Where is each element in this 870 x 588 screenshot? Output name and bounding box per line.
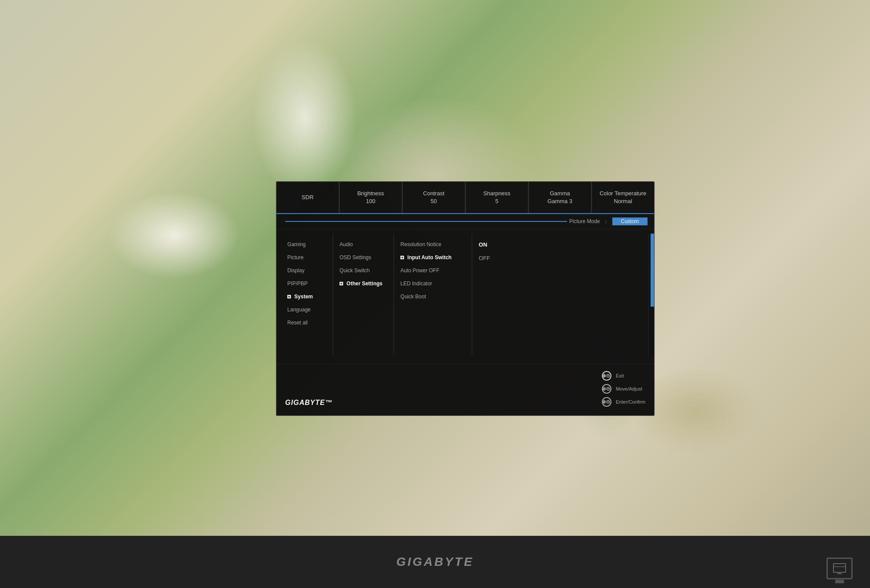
col2-osd-settings-label: OSD Settings xyxy=(340,254,371,261)
col4-on-label: ON xyxy=(479,241,488,248)
col3-auto-power-off[interactable]: Auto Power OFF xyxy=(394,264,472,277)
topbar-gamma-label: Gamma xyxy=(550,190,570,197)
osd-main: Gaming Picture Display PIP/PBP System La… xyxy=(277,229,654,360)
nav-gaming-label: Gaming xyxy=(288,241,306,247)
col3-led-indicator[interactable]: LED Indicator xyxy=(394,277,472,290)
col4-off-label: OFF xyxy=(479,255,490,261)
topbar-sdr[interactable]: SDR xyxy=(277,182,339,213)
nav-reset-all-label: Reset all xyxy=(288,320,308,326)
col3-input-auto-switch-bullet xyxy=(401,256,404,259)
nav-language[interactable]: Language xyxy=(277,303,333,316)
legend-enter-label: Enter/Confirm xyxy=(616,399,646,404)
col3-input-auto-switch[interactable]: Input Auto Switch xyxy=(394,251,472,264)
osd-brand: GIGABYTE™ xyxy=(285,399,333,407)
osd-col4: ON OFF xyxy=(472,234,649,355)
svg-rect-0 xyxy=(833,564,846,572)
nav-picture[interactable]: Picture xyxy=(277,251,333,264)
col3-resolution-notice[interactable]: Resolution Notice xyxy=(394,238,472,251)
picture-mode-value: Custom xyxy=(612,217,647,225)
topbar-color-temp[interactable]: Color Temperature Normal xyxy=(592,182,654,213)
monitor-icon xyxy=(826,558,853,579)
osd-scrollbar[interactable] xyxy=(649,234,654,355)
topbar-sharpness-label: Sharpness xyxy=(483,190,510,197)
topbar-contrast[interactable]: Contrast 50 xyxy=(403,182,465,213)
nav-gaming[interactable]: Gaming xyxy=(277,238,333,251)
nav-language-label: Language xyxy=(288,307,311,313)
topbar-sharpness-value: 5 xyxy=(495,197,498,205)
nav-display-label: Display xyxy=(288,267,304,274)
nav-system[interactable]: System xyxy=(277,290,333,303)
osd-col3: Resolution Notice Input Auto Switch Auto… xyxy=(394,234,472,355)
col3-led-indicator-label: LED Indicator xyxy=(401,281,432,287)
nav-reset-all[interactable]: Reset all xyxy=(277,316,333,329)
monitor-bezel: GIGABYTE xyxy=(0,536,870,588)
nav-system-bullet xyxy=(288,295,291,298)
topbar-contrast-label: Contrast xyxy=(423,190,445,197)
enter-confirm-icon xyxy=(602,397,612,407)
col2-other-settings-label: Other Settings xyxy=(347,281,383,287)
col2-quick-switch[interactable]: Quick Switch xyxy=(333,264,394,277)
legend-enter: Enter/Confirm xyxy=(602,397,646,407)
picture-mode-colon: ： xyxy=(603,218,609,225)
col3-quick-boot[interactable]: Quick Boot xyxy=(394,290,472,303)
col3-quick-boot-label: Quick Boot xyxy=(401,294,426,300)
picture-mode-fill xyxy=(285,221,567,222)
svg-point-5 xyxy=(608,375,609,377)
col2-quick-switch-label: Quick Switch xyxy=(340,267,370,274)
osd-scrollbar-thumb[interactable] xyxy=(651,234,654,307)
col3-resolution-notice-label: Resolution Notice xyxy=(401,241,442,247)
topbar-contrast-value: 50 xyxy=(431,197,437,205)
col4-off[interactable]: OFF xyxy=(479,251,642,265)
col2-other-settings-bullet xyxy=(340,282,343,285)
nav-pip-pbp-label: PIP/PBP xyxy=(288,281,308,287)
osd-legend: Exit Move/Adjust Enter/C xyxy=(602,371,646,407)
topbar-sharpness[interactable]: Sharpness 5 xyxy=(466,182,529,213)
move-adjust-icon xyxy=(602,384,612,394)
picture-mode-bar: Picture Mode ： Custom xyxy=(277,214,654,229)
nav-system-label: System xyxy=(294,294,313,300)
osd-topbar: SDR Brightness 100 Contrast 50 Sharpness… xyxy=(277,182,654,214)
col3-input-auto-switch-label: Input Auto Switch xyxy=(408,254,452,261)
exit-icon xyxy=(602,371,612,381)
topbar-color-temp-label: Color Temperature xyxy=(599,190,646,197)
topbar-brightness-value: 100 xyxy=(366,197,375,205)
col3-auto-power-off-label: Auto Power OFF xyxy=(401,267,439,274)
topbar-brightness[interactable]: Brightness 100 xyxy=(340,182,402,213)
topbar-gamma[interactable]: Gamma Gamma 3 xyxy=(529,182,592,213)
osd-menu: SDR Brightness 100 Contrast 50 Sharpness… xyxy=(276,181,655,416)
legend-exit: Exit xyxy=(602,371,624,381)
nav-picture-label: Picture xyxy=(288,254,304,261)
picture-mode-label: Picture Mode xyxy=(569,218,600,224)
col2-audio[interactable]: Audio xyxy=(333,238,394,251)
col2-other-settings[interactable]: Other Settings xyxy=(333,277,394,290)
topbar-sdr-label: SDR xyxy=(301,194,313,201)
topbar-gamma-value: Gamma 3 xyxy=(548,197,572,205)
svg-point-9 xyxy=(608,401,609,403)
osd-nav: Gaming Picture Display PIP/PBP System La… xyxy=(277,234,333,355)
col2-osd-settings[interactable]: OSD Settings xyxy=(333,251,394,264)
topbar-brightness-label: Brightness xyxy=(357,190,384,197)
legend-move-label: Move/Adjust xyxy=(616,386,642,391)
topbar-color-temp-value: Normal xyxy=(614,197,632,205)
monitor-bottom-brand: GIGABYTE xyxy=(396,555,474,569)
nav-display[interactable]: Display xyxy=(277,264,333,277)
svg-point-7 xyxy=(608,388,609,390)
legend-exit-label: Exit xyxy=(616,373,624,378)
nav-pip-pbp[interactable]: PIP/PBP xyxy=(277,277,333,290)
osd-col2: Audio OSD Settings Quick Switch Other Se… xyxy=(333,234,394,355)
legend-move: Move/Adjust xyxy=(602,384,642,394)
osd-bottom: GIGABYTE™ Exit Move/Adjust xyxy=(277,364,654,415)
col2-audio-label: Audio xyxy=(340,241,353,247)
col4-on[interactable]: ON xyxy=(479,238,642,251)
